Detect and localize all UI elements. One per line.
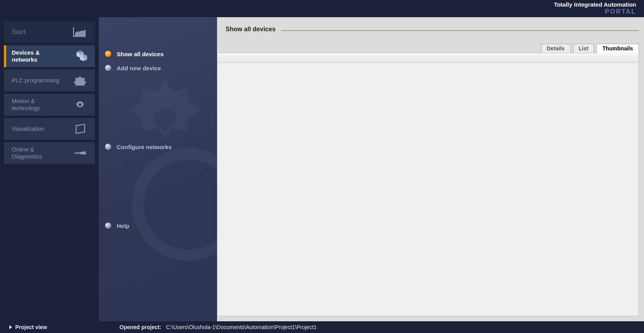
status-label: Opened project:	[119, 324, 161, 330]
content-header: Show all devices	[217, 17, 639, 34]
bullet-icon	[105, 144, 111, 150]
gear-icon	[71, 97, 89, 112]
header: Totally Integrated Automation PORTAL	[0, 0, 644, 17]
action-configure-networks[interactable]: Configure networks	[105, 140, 217, 154]
actions-panel: Show all devices Add new device Configur…	[99, 17, 217, 321]
project-view-label: Project view	[15, 324, 47, 330]
view-tabs: Details List Thumbnails	[541, 44, 639, 53]
nav-plc-programming[interactable]: PLC programming	[4, 69, 95, 91]
svg-marker-2	[78, 30, 82, 36]
cubes-icon	[71, 48, 89, 64]
tab-list-label: List	[579, 45, 589, 52]
svg-rect-0	[73, 27, 74, 36]
branding: Totally Integrated Automation PORTAL	[554, 2, 636, 15]
content-title-rule	[281, 30, 639, 31]
action-show-all-devices-label: Show all devices	[117, 51, 164, 57]
nav-start-label: Start	[12, 28, 26, 36]
action-configure-networks-label: Configure networks	[117, 144, 172, 150]
nav-start[interactable]: Start	[4, 21, 95, 43]
svg-rect-4	[73, 36, 85, 37]
status-path: C:\Users\Olushola-1\Documents\Automation…	[166, 324, 317, 330]
screwdriver-icon	[71, 145, 89, 161]
nav-devices-networks-label: Devices & networks	[12, 49, 64, 63]
content-title: Show all devices	[226, 26, 276, 33]
view-tabs-row: Details List Thumbnails	[217, 34, 639, 53]
svg-marker-14	[80, 151, 86, 155]
bullet-icon	[105, 223, 111, 229]
tab-details-label: Details	[547, 45, 565, 52]
triangle-right-icon	[9, 325, 12, 329]
action-list: Show all devices Add new device Configur…	[99, 17, 217, 233]
branding-portal: PORTAL	[554, 8, 636, 16]
device-canvas[interactable]	[217, 53, 639, 316]
action-show-all-devices[interactable]: Show all devices	[105, 47, 217, 61]
action-help[interactable]: Help	[105, 219, 217, 233]
nav-visualization-label: Visualization	[12, 125, 44, 132]
tab-thumbnails[interactable]: Thumbnails	[596, 44, 639, 53]
action-help-label: Help	[117, 223, 130, 229]
bullet-icon	[105, 51, 111, 57]
svg-marker-1	[75, 31, 78, 36]
svg-marker-3	[82, 30, 85, 36]
svg-marker-12	[76, 124, 85, 133]
svg-point-11	[79, 103, 82, 106]
footer: Project view Opened project: C:\Users\Ol…	[0, 321, 644, 333]
nav-devices-networks[interactable]: Devices & networks	[4, 45, 95, 67]
action-add-new-device-label: Add new device	[117, 65, 161, 71]
tab-thumbnails-label: Thumbnails	[602, 45, 633, 52]
nav-visualization[interactable]: Visualization	[4, 118, 95, 140]
nav-diagnostics-label: Online & Diagnostics	[12, 146, 64, 160]
primary-nav: Start Devices & networks	[0, 17, 99, 321]
status-bar: Opened project: C:\Users\Olushola-1\Docu…	[100, 324, 317, 330]
project-view-toggle[interactable]: Project view	[9, 324, 100, 330]
svg-rect-13	[74, 153, 80, 154]
action-add-new-device[interactable]: Add new device	[105, 61, 217, 75]
branding-title: Totally Integrated Automation	[554, 2, 636, 8]
nav-motion-technology[interactable]: Motion & technology	[4, 94, 95, 116]
content-area: Show all devices Details List Thumbnails	[217, 17, 644, 321]
nav-online-diagnostics[interactable]: Online & Diagnostics	[4, 142, 95, 164]
tab-details[interactable]: Details	[541, 44, 571, 53]
factory-icon	[71, 24, 89, 40]
bullet-icon	[105, 65, 111, 71]
tab-list[interactable]: List	[573, 44, 594, 53]
nav-plc-label: PLC programming	[12, 77, 59, 84]
screen-icon	[71, 121, 89, 137]
puzzle-icon	[71, 73, 89, 88]
nav-motion-label: Motion & technology	[12, 98, 64, 112]
